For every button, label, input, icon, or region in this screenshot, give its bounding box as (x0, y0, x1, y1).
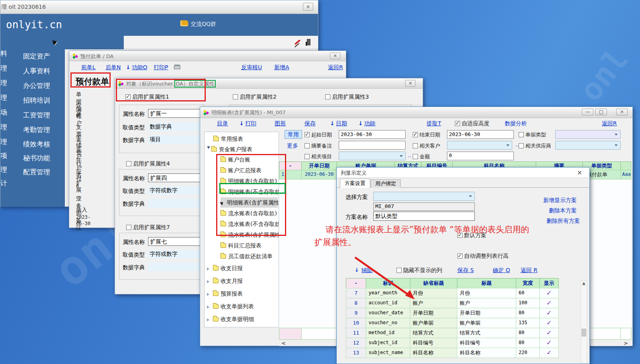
menu-item-fixed-assets[interactable]: 固定资产 (23, 52, 50, 66)
extract-button[interactable]: 提取T (427, 120, 441, 127)
menu-item-payroll[interactable]: 工资管理 (23, 111, 50, 125)
next-voucher-button[interactable]: 后单N (105, 64, 121, 71)
menu-item-partial[interactable]: 料 (0, 49, 7, 64)
functions-menu-button[interactable]: 功能 (364, 120, 375, 127)
tree-item-journal-with-deposit[interactable]: 流水账表(含存取款) (220, 208, 278, 218)
menu-item-partial[interactable]: 计 (0, 179, 7, 192)
print-menu-button[interactable]: 打印 (245, 120, 256, 127)
tree-item-voucher-detail[interactable]: 收支单据明细 (207, 314, 278, 324)
menu-item-partial[interactable]: 理 (0, 64, 7, 78)
menu-item-office-admin[interactable]: 办公管理 (23, 81, 50, 96)
value-type-value[interactable]: 字符或数字 (148, 186, 201, 195)
value-type-value[interactable]: 数据字典 (148, 123, 201, 131)
select-scheme-dropdown[interactable] (373, 192, 475, 201)
tree-item-fund-account-reports[interactable]: 资金账户报表 (207, 144, 278, 154)
project-more-dots[interactable]: .. (408, 152, 411, 158)
dialog-vscrollbar[interactable]: ▲ (581, 280, 587, 363)
attr-name-input[interactable]: 扩展四 (148, 173, 201, 182)
menu-item-config[interactable]: 配置管理 (23, 167, 50, 181)
scroll-thumb[interactable] (581, 329, 586, 337)
tree-item-common-reports[interactable]: 常用报表 (213, 134, 278, 144)
enable-attr2-checkbox[interactable]: 启用扩展属性2 (233, 93, 277, 101)
printer-icon[interactable] (174, 66, 180, 69)
prev-voucher-button[interactable]: 前单L (81, 64, 96, 71)
value-type-value[interactable]: 字符或数字 (148, 250, 201, 259)
grid-row1-date[interactable]: 2023-06-30 (301, 170, 337, 179)
menu-item-partial[interactable]: 场 (0, 108, 7, 123)
add-scheme-link[interactable]: 新增显示方案 (543, 197, 577, 204)
project-select[interactable] (339, 152, 406, 160)
return-button[interactable]: 返回R (328, 64, 343, 71)
tree-item-account-ledger[interactable]: 账户台账 (220, 154, 278, 165)
tree-item-subject-summary[interactable]: 科目汇总报表 (220, 240, 278, 251)
menu-item-hr-files[interactable]: 人事资料 (23, 66, 50, 81)
tree-item-detail-with-ext-attrs[interactable]: 明细账表(含扩展属性) (220, 197, 278, 208)
tree-item-account-summary[interactable]: 账户汇总报表 (220, 165, 278, 175)
tree-item-detail-with-deposit[interactable]: 明细账表(含存取款) (220, 176, 278, 186)
visible-check-icon[interactable]: ✓ (539, 298, 559, 308)
voucher-titlebar[interactable]: 预付款单 / DA × (69, 51, 346, 61)
menu-item-recruit-training[interactable]: 招聘培训 (23, 96, 50, 111)
end-date-checkbox[interactable]: 结束日期 (413, 131, 440, 138)
more-filters-link[interactable]: 更多 (287, 142, 298, 150)
customer-select[interactable] (447, 141, 512, 150)
voucher-type-checkbox[interactable]: 单据类型 (519, 131, 546, 138)
return-button[interactable]: 返回 R (521, 267, 537, 274)
attr-name-input[interactable]: 扩展七 (148, 237, 201, 246)
scroll-right-arrow[interactable]: > (624, 340, 628, 346)
menu-item-secretary[interactable]: 秘书功能 (23, 154, 50, 167)
visible-check-icon[interactable]: ✓ (539, 338, 559, 348)
dialog-close-icon[interactable]: × (577, 169, 582, 176)
tool-icon[interactable] (295, 39, 301, 45)
grid-header-date[interactable]: 开单日期 (301, 162, 337, 170)
catalog-button[interactable]: 目录 (217, 120, 228, 127)
save-button[interactable]: 保存 (304, 120, 316, 127)
minimize-button[interactable]: — (582, 109, 593, 115)
voucher-close-button[interactable]: × (330, 53, 340, 59)
tree-item-journal-without-deposit[interactable]: 流水账表(不含存取款) (220, 219, 278, 229)
visible-check-icon[interactable]: ✓ (539, 318, 559, 328)
tree-item-voucher-list[interactable]: 收支单据列表 (207, 301, 278, 311)
supplier-select[interactable] (555, 141, 620, 150)
tree-item-journal-with-ext-attrs[interactable]: 流水账表(含扩展属性) (220, 230, 278, 240)
data-dict-select[interactable] (148, 263, 201, 271)
menu-item-attendance[interactable]: 考勤管理 (23, 125, 50, 140)
collapsed-arrow-icon[interactable] (207, 293, 211, 296)
visible-check-icon[interactable]: ✓ (539, 308, 559, 318)
date-menu-button[interactable]: 日期 (336, 120, 347, 127)
menu-item-partial[interactable]: 理 (0, 123, 7, 137)
qq-group-link[interactable]: 交流QQ群 (191, 21, 216, 28)
dialog-titlebar[interactable]: 列显示定义 × (337, 167, 589, 178)
supplier-checkbox[interactable]: 相关供应商 (519, 142, 551, 150)
start-date-checkbox[interactable]: 起始日期 (304, 131, 332, 138)
visible-check-icon[interactable]: ✓ (539, 348, 559, 358)
main-close-button[interactable]: × (303, 3, 313, 11)
ok-button[interactable]: 确定 O (493, 267, 510, 274)
amount-checkbox[interactable]: 金额 (413, 153, 430, 160)
close-button[interactable]: × (616, 109, 628, 115)
enable-attr1-checkbox[interactable]: 启用扩展属性1 (125, 93, 169, 101)
enable-attr4-checkbox[interactable]: 启用扩展属性4 (126, 160, 170, 167)
return-button[interactable]: 返回R (602, 120, 617, 127)
tab-user-binding[interactable]: 用户绑定 (371, 179, 401, 188)
menu-item-partial[interactable]: 理 (0, 165, 7, 179)
graph-button[interactable]: 图形 (275, 120, 286, 127)
collapsed-arrow-icon[interactable] (207, 280, 211, 283)
tree-item-employee-loan-list[interactable]: 员工借款还款清单 (220, 251, 278, 261)
maximize-button[interactable]: □ (595, 109, 607, 115)
custom-attr-titlebar[interactable]: 对象（标识voucher.DA）自定义属性 × (115, 78, 423, 89)
delete-scheme-link[interactable]: 删除本方案 (549, 207, 577, 214)
memo-checkbox[interactable]: 摘要备注 (304, 142, 332, 150)
memo-input[interactable] (339, 141, 406, 150)
fit-height-checkbox[interactable]: 自适应高度 (455, 120, 490, 127)
menu-item-partial[interactable]: 理 (0, 78, 7, 93)
functions-menu-button[interactable]: 功能O (132, 64, 147, 71)
expanded-arrow-icon[interactable] (207, 146, 210, 150)
scheme-name-input[interactable]: 默认类型 (373, 212, 475, 221)
attr-name-input[interactable]: 扩展一 (148, 109, 201, 118)
auto-row-height-checkbox[interactable]: 自动调整列表行高 (457, 253, 509, 260)
menu-item-partial[interactable]: 项 (0, 151, 7, 165)
customer-checkbox[interactable]: 相关客户 (413, 142, 440, 150)
visible-check-icon[interactable]: ✓ (539, 328, 559, 338)
tab-scheme-settings[interactable]: 方案设置 (340, 179, 370, 188)
